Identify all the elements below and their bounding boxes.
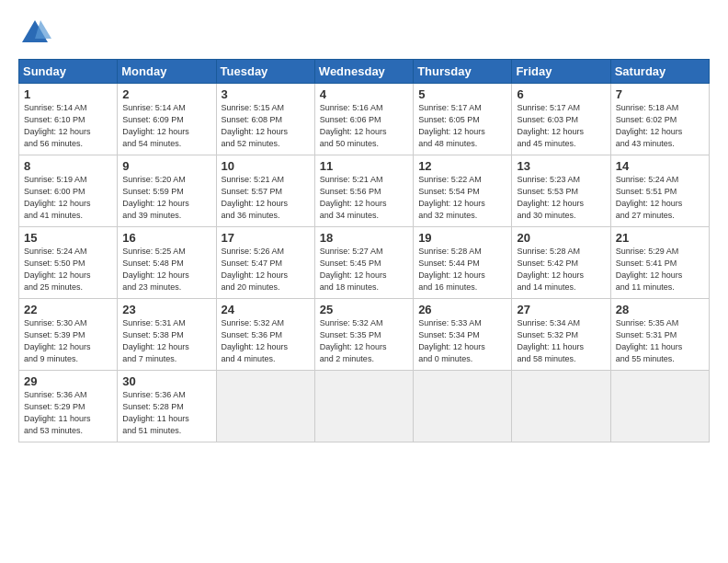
day-number: 11 [320, 159, 409, 173]
calendar-cell: 24Sunrise: 5:32 AM Sunset: 5:36 PM Dayli… [216, 299, 314, 371]
calendar-cell: 1Sunrise: 5:14 AM Sunset: 6:10 PM Daylig… [19, 84, 118, 155]
day-info: Sunrise: 5:36 AM Sunset: 5:29 PM Dayligh… [24, 389, 113, 437]
weekday-header-row: SundayMondayTuesdayWednesdayThursdayFrid… [19, 60, 710, 84]
calendar-cell [314, 371, 413, 442]
calendar-cell: 26Sunrise: 5:33 AM Sunset: 5:34 PM Dayli… [414, 299, 512, 371]
calendar-row: 29Sunrise: 5:36 AM Sunset: 5:29 PM Dayli… [19, 371, 710, 442]
calendar-cell: 11Sunrise: 5:21 AM Sunset: 5:56 PM Dayli… [314, 155, 413, 227]
calendar-cell: 18Sunrise: 5:27 AM Sunset: 5:45 PM Dayli… [314, 227, 413, 299]
calendar-row: 1Sunrise: 5:14 AM Sunset: 6:10 PM Daylig… [19, 84, 710, 155]
calendar-cell: 4Sunrise: 5:16 AM Sunset: 6:06 PM Daylig… [314, 84, 413, 155]
calendar-row: 15Sunrise: 5:24 AM Sunset: 5:50 PM Dayli… [19, 227, 710, 299]
calendar-cell: 9Sunrise: 5:20 AM Sunset: 5:59 PM Daylig… [118, 155, 216, 227]
day-number: 2 [122, 87, 211, 101]
calendar-cell: 27Sunrise: 5:34 AM Sunset: 5:32 PM Dayli… [512, 299, 610, 371]
day-info: Sunrise: 5:15 AM Sunset: 6:08 PM Dayligh… [222, 102, 311, 150]
day-number: 19 [418, 231, 507, 245]
day-number: 29 [24, 374, 113, 388]
day-number: 12 [418, 159, 507, 173]
logo [18, 17, 57, 50]
calendar-cell: 10Sunrise: 5:21 AM Sunset: 5:57 PM Dayli… [216, 155, 314, 227]
day-number: 30 [122, 374, 211, 388]
day-number: 7 [616, 87, 705, 101]
day-number: 6 [517, 87, 606, 101]
day-info: Sunrise: 5:21 AM Sunset: 5:56 PM Dayligh… [320, 174, 409, 222]
day-number: 23 [122, 303, 211, 316]
calendar-cell: 29Sunrise: 5:36 AM Sunset: 5:29 PM Dayli… [19, 371, 118, 442]
page: SundayMondayTuesdayWednesdayThursdayFrid… [0, 0, 728, 563]
calendar-cell [610, 371, 709, 442]
calendar-table: SundayMondayTuesdayWednesdayThursdayFrid… [18, 59, 710, 442]
calendar-row: 8Sunrise: 5:19 AM Sunset: 6:00 PM Daylig… [19, 155, 710, 227]
day-number: 17 [222, 231, 311, 245]
header [18, 17, 710, 50]
calendar-cell [414, 371, 512, 442]
day-number: 15 [24, 231, 113, 245]
day-info: Sunrise: 5:14 AM Sunset: 6:10 PM Dayligh… [24, 102, 113, 150]
calendar-cell: 5Sunrise: 5:17 AM Sunset: 6:05 PM Daylig… [414, 84, 512, 155]
day-number: 10 [222, 159, 311, 173]
day-number: 13 [517, 159, 606, 173]
weekday-saturday: Saturday [610, 60, 709, 84]
calendar-cell: 3Sunrise: 5:15 AM Sunset: 6:08 PM Daylig… [216, 84, 314, 155]
day-number: 5 [418, 87, 507, 101]
day-info: Sunrise: 5:33 AM Sunset: 5:34 PM Dayligh… [418, 317, 507, 365]
day-info: Sunrise: 5:32 AM Sunset: 5:35 PM Dayligh… [320, 317, 409, 365]
calendar-cell: 25Sunrise: 5:32 AM Sunset: 5:35 PM Dayli… [314, 299, 413, 371]
calendar-cell: 19Sunrise: 5:28 AM Sunset: 5:44 PM Dayli… [414, 227, 512, 299]
day-number: 24 [222, 303, 311, 316]
calendar-cell: 23Sunrise: 5:31 AM Sunset: 5:38 PM Dayli… [118, 299, 216, 371]
day-number: 4 [320, 87, 409, 101]
calendar-cell: 30Sunrise: 5:36 AM Sunset: 5:28 PM Dayli… [118, 371, 216, 442]
weekday-friday: Friday [512, 60, 610, 84]
day-info: Sunrise: 5:19 AM Sunset: 6:00 PM Dayligh… [24, 174, 113, 222]
calendar-cell: 7Sunrise: 5:18 AM Sunset: 6:02 PM Daylig… [610, 84, 709, 155]
day-number: 9 [122, 159, 211, 173]
calendar-cell: 8Sunrise: 5:19 AM Sunset: 6:00 PM Daylig… [19, 155, 118, 227]
day-info: Sunrise: 5:17 AM Sunset: 6:05 PM Dayligh… [418, 102, 507, 150]
day-info: Sunrise: 5:30 AM Sunset: 5:39 PM Dayligh… [24, 317, 113, 365]
day-number: 1 [24, 87, 113, 101]
day-info: Sunrise: 5:25 AM Sunset: 5:48 PM Dayligh… [122, 246, 211, 293]
day-info: Sunrise: 5:24 AM Sunset: 5:50 PM Dayligh… [24, 246, 113, 293]
calendar-cell: 28Sunrise: 5:35 AM Sunset: 5:31 PM Dayli… [610, 299, 709, 371]
day-number: 16 [122, 231, 211, 245]
day-info: Sunrise: 5:18 AM Sunset: 6:02 PM Dayligh… [616, 102, 705, 150]
day-number: 28 [616, 303, 705, 316]
day-number: 26 [418, 303, 507, 316]
calendar-row: 22Sunrise: 5:30 AM Sunset: 5:39 PM Dayli… [19, 299, 710, 371]
calendar-cell: 14Sunrise: 5:24 AM Sunset: 5:51 PM Dayli… [610, 155, 709, 227]
day-info: Sunrise: 5:27 AM Sunset: 5:45 PM Dayligh… [320, 246, 409, 293]
day-info: Sunrise: 5:22 AM Sunset: 5:54 PM Dayligh… [418, 174, 507, 222]
calendar-cell: 15Sunrise: 5:24 AM Sunset: 5:50 PM Dayli… [19, 227, 118, 299]
calendar-cell: 20Sunrise: 5:28 AM Sunset: 5:42 PM Dayli… [512, 227, 610, 299]
day-number: 3 [222, 87, 311, 101]
weekday-tuesday: Tuesday [216, 60, 314, 84]
day-info: Sunrise: 5:36 AM Sunset: 5:28 PM Dayligh… [122, 389, 211, 437]
day-number: 21 [616, 231, 705, 245]
calendar-cell: 2Sunrise: 5:14 AM Sunset: 6:09 PM Daylig… [118, 84, 216, 155]
day-number: 14 [616, 159, 705, 173]
day-info: Sunrise: 5:29 AM Sunset: 5:41 PM Dayligh… [616, 246, 705, 293]
day-info: Sunrise: 5:32 AM Sunset: 5:36 PM Dayligh… [222, 317, 311, 365]
day-info: Sunrise: 5:17 AM Sunset: 6:03 PM Dayligh… [517, 102, 606, 150]
weekday-sunday: Sunday [19, 60, 118, 84]
day-info: Sunrise: 5:31 AM Sunset: 5:38 PM Dayligh… [122, 317, 211, 365]
logo-icon [18, 17, 51, 50]
day-info: Sunrise: 5:35 AM Sunset: 5:31 PM Dayligh… [616, 317, 705, 365]
day-info: Sunrise: 5:16 AM Sunset: 6:06 PM Dayligh… [320, 102, 409, 150]
day-number: 18 [320, 231, 409, 245]
weekday-monday: Monday [118, 60, 216, 84]
day-info: Sunrise: 5:34 AM Sunset: 5:32 PM Dayligh… [517, 317, 606, 365]
day-info: Sunrise: 5:23 AM Sunset: 5:53 PM Dayligh… [517, 174, 606, 222]
calendar-cell [216, 371, 314, 442]
calendar-cell: 6Sunrise: 5:17 AM Sunset: 6:03 PM Daylig… [512, 84, 610, 155]
day-info: Sunrise: 5:28 AM Sunset: 5:44 PM Dayligh… [418, 246, 507, 293]
calendar-cell: 22Sunrise: 5:30 AM Sunset: 5:39 PM Dayli… [19, 299, 118, 371]
day-number: 22 [24, 303, 113, 316]
day-number: 27 [517, 303, 606, 316]
calendar-cell: 17Sunrise: 5:26 AM Sunset: 5:47 PM Dayli… [216, 227, 314, 299]
day-number: 25 [320, 303, 409, 316]
weekday-thursday: Thursday [414, 60, 512, 84]
day-info: Sunrise: 5:26 AM Sunset: 5:47 PM Dayligh… [222, 246, 311, 293]
